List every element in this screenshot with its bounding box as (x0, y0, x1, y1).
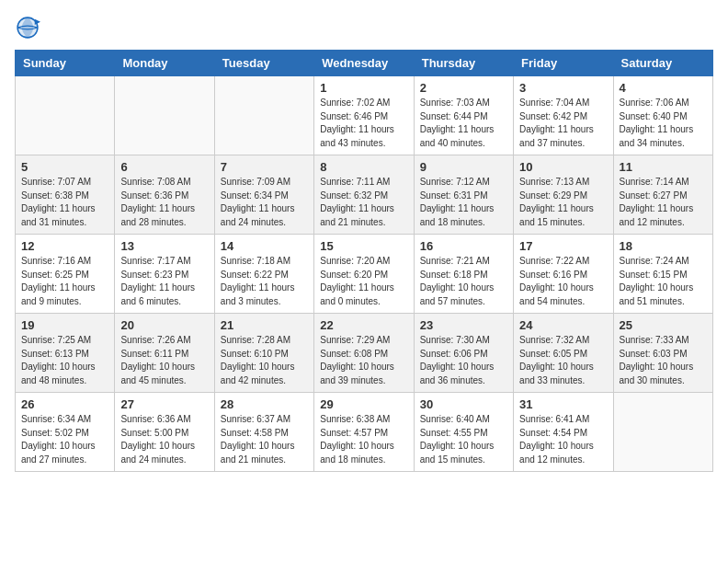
day-info: Sunrise: 7:04 AM Sunset: 6:42 PM Dayligh… (519, 97, 607, 150)
day-number: 31 (519, 397, 607, 411)
day-info: Sunrise: 7:08 AM Sunset: 6:36 PM Dayligh… (120, 176, 208, 229)
calendar-day-19: 19Sunrise: 7:25 AM Sunset: 6:13 PM Dayli… (16, 314, 115, 393)
day-number: 26 (21, 397, 108, 411)
day-number: 4 (620, 81, 707, 95)
day-info: Sunrise: 7:18 AM Sunset: 6:22 PM Dayligh… (221, 255, 308, 308)
weekday-header-sunday: Sunday (16, 51, 115, 76)
day-info: Sunrise: 6:38 AM Sunset: 4:57 PM Dayligh… (320, 413, 407, 466)
day-info: Sunrise: 7:12 AM Sunset: 6:31 PM Dayligh… (420, 176, 507, 229)
day-number: 23 (420, 318, 507, 332)
calendar-body: 1Sunrise: 7:02 AM Sunset: 6:46 PM Daylig… (16, 76, 713, 472)
day-number: 13 (120, 239, 208, 253)
calendar-day-15: 15Sunrise: 7:20 AM Sunset: 6:20 PM Dayli… (314, 235, 414, 314)
day-number: 28 (221, 397, 308, 411)
calendar-table: SundayMondayTuesdayWednesdayThursdayFrid… (15, 50, 713, 472)
day-number: 5 (21, 160, 108, 174)
day-number: 11 (620, 160, 707, 174)
day-info: Sunrise: 7:33 AM Sunset: 6:03 PM Dayligh… (620, 334, 707, 387)
day-number: 24 (519, 318, 607, 332)
day-info: Sunrise: 7:06 AM Sunset: 6:40 PM Dayligh… (620, 97, 707, 150)
calendar-day-2: 2Sunrise: 7:03 AM Sunset: 6:44 PM Daylig… (414, 76, 513, 155)
calendar-day-12: 12Sunrise: 7:16 AM Sunset: 6:25 PM Dayli… (16, 235, 115, 314)
calendar-day-5: 5Sunrise: 7:07 AM Sunset: 6:38 PM Daylig… (16, 155, 115, 235)
calendar-day-empty (16, 76, 115, 155)
weekday-header-friday: Friday (514, 51, 613, 76)
weekday-header-monday: Monday (115, 51, 214, 76)
day-info: Sunrise: 6:36 AM Sunset: 5:00 PM Dayligh… (120, 413, 208, 466)
logo-icon (15, 15, 40, 40)
day-number: 2 (420, 81, 507, 95)
day-number: 16 (420, 239, 507, 253)
calendar-day-30: 30Sunrise: 6:40 AM Sunset: 4:55 PM Dayli… (414, 393, 513, 472)
calendar-day-22: 22Sunrise: 7:29 AM Sunset: 6:08 PM Dayli… (314, 314, 414, 393)
day-info: Sunrise: 7:22 AM Sunset: 6:16 PM Dayligh… (519, 255, 607, 308)
calendar-day-29: 29Sunrise: 6:38 AM Sunset: 4:57 PM Dayli… (314, 393, 414, 472)
logo (15, 15, 44, 40)
day-number: 9 (420, 160, 507, 174)
day-number: 21 (221, 318, 308, 332)
weekday-header-tuesday: Tuesday (214, 51, 313, 76)
calendar-day-7: 7Sunrise: 7:09 AM Sunset: 6:34 PM Daylig… (214, 155, 313, 235)
calendar-week-row: 19Sunrise: 7:25 AM Sunset: 6:13 PM Dayli… (16, 314, 713, 393)
calendar-day-18: 18Sunrise: 7:24 AM Sunset: 6:15 PM Dayli… (613, 235, 712, 314)
day-number: 20 (120, 318, 208, 332)
day-info: Sunrise: 7:17 AM Sunset: 6:23 PM Dayligh… (120, 255, 208, 308)
day-info: Sunrise: 7:28 AM Sunset: 6:10 PM Dayligh… (221, 334, 308, 387)
day-number: 27 (120, 397, 208, 411)
day-number: 25 (620, 318, 707, 332)
weekday-header-wednesday: Wednesday (314, 51, 414, 76)
calendar-day-27: 27Sunrise: 6:36 AM Sunset: 5:00 PM Dayli… (115, 393, 214, 472)
day-number: 10 (519, 160, 607, 174)
calendar-day-17: 17Sunrise: 7:22 AM Sunset: 6:16 PM Dayli… (514, 235, 613, 314)
day-info: Sunrise: 7:26 AM Sunset: 6:11 PM Dayligh… (120, 334, 208, 387)
calendar-week-row: 1Sunrise: 7:02 AM Sunset: 6:46 PM Daylig… (16, 76, 713, 155)
day-info: Sunrise: 6:41 AM Sunset: 4:54 PM Dayligh… (519, 413, 607, 466)
day-info: Sunrise: 7:02 AM Sunset: 6:46 PM Dayligh… (320, 97, 407, 150)
day-info: Sunrise: 7:03 AM Sunset: 6:44 PM Dayligh… (420, 97, 507, 150)
day-info: Sunrise: 7:32 AM Sunset: 6:05 PM Dayligh… (519, 334, 607, 387)
day-info: Sunrise: 6:40 AM Sunset: 4:55 PM Dayligh… (420, 413, 507, 466)
weekday-header-row: SundayMondayTuesdayWednesdayThursdayFrid… (16, 51, 713, 76)
calendar-day-24: 24Sunrise: 7:32 AM Sunset: 6:05 PM Dayli… (514, 314, 613, 393)
calendar-day-3: 3Sunrise: 7:04 AM Sunset: 6:42 PM Daylig… (514, 76, 613, 155)
day-number: 14 (221, 239, 308, 253)
calendar-day-13: 13Sunrise: 7:17 AM Sunset: 6:23 PM Dayli… (115, 235, 214, 314)
day-info: Sunrise: 7:25 AM Sunset: 6:13 PM Dayligh… (21, 334, 108, 387)
calendar-week-row: 12Sunrise: 7:16 AM Sunset: 6:25 PM Dayli… (16, 235, 713, 314)
calendar-week-row: 5Sunrise: 7:07 AM Sunset: 6:38 PM Daylig… (16, 155, 713, 235)
calendar-day-empty (115, 76, 214, 155)
calendar-day-9: 9Sunrise: 7:12 AM Sunset: 6:31 PM Daylig… (414, 155, 513, 235)
calendar-week-row: 26Sunrise: 6:34 AM Sunset: 5:02 PM Dayli… (16, 393, 713, 472)
calendar-day-8: 8Sunrise: 7:11 AM Sunset: 6:32 PM Daylig… (314, 155, 414, 235)
day-number: 6 (120, 160, 208, 174)
weekday-header-saturday: Saturday (613, 51, 712, 76)
day-info: Sunrise: 7:16 AM Sunset: 6:25 PM Dayligh… (21, 255, 108, 308)
day-info: Sunrise: 7:21 AM Sunset: 6:18 PM Dayligh… (420, 255, 507, 308)
weekday-header-thursday: Thursday (414, 51, 513, 76)
calendar-header: SundayMondayTuesdayWednesdayThursdayFrid… (16, 51, 713, 76)
day-info: Sunrise: 7:11 AM Sunset: 6:32 PM Dayligh… (320, 176, 407, 229)
day-info: Sunrise: 7:30 AM Sunset: 6:06 PM Dayligh… (420, 334, 507, 387)
header (15, 15, 713, 40)
calendar-day-16: 16Sunrise: 7:21 AM Sunset: 6:18 PM Dayli… (414, 235, 513, 314)
calendar-day-14: 14Sunrise: 7:18 AM Sunset: 6:22 PM Dayli… (214, 235, 313, 314)
day-info: Sunrise: 7:13 AM Sunset: 6:29 PM Dayligh… (519, 176, 607, 229)
calendar-day-21: 21Sunrise: 7:28 AM Sunset: 6:10 PM Dayli… (214, 314, 313, 393)
day-number: 8 (320, 160, 407, 174)
day-info: Sunrise: 6:34 AM Sunset: 5:02 PM Dayligh… (21, 413, 108, 466)
day-info: Sunrise: 7:24 AM Sunset: 6:15 PM Dayligh… (620, 255, 707, 308)
day-number: 29 (320, 397, 407, 411)
calendar-day-20: 20Sunrise: 7:26 AM Sunset: 6:11 PM Dayli… (115, 314, 214, 393)
calendar-day-31: 31Sunrise: 6:41 AM Sunset: 4:54 PM Dayli… (514, 393, 613, 472)
day-number: 15 (320, 239, 407, 253)
calendar-day-26: 26Sunrise: 6:34 AM Sunset: 5:02 PM Dayli… (16, 393, 115, 472)
day-number: 17 (519, 239, 607, 253)
day-info: Sunrise: 7:14 AM Sunset: 6:27 PM Dayligh… (620, 176, 707, 229)
calendar-day-empty (214, 76, 313, 155)
calendar-day-empty (613, 393, 712, 472)
day-info: Sunrise: 7:20 AM Sunset: 6:20 PM Dayligh… (320, 255, 407, 308)
calendar-day-1: 1Sunrise: 7:02 AM Sunset: 6:46 PM Daylig… (314, 76, 414, 155)
calendar-day-6: 6Sunrise: 7:08 AM Sunset: 6:36 PM Daylig… (115, 155, 214, 235)
calendar-day-28: 28Sunrise: 6:37 AM Sunset: 4:58 PM Dayli… (214, 393, 313, 472)
calendar-day-25: 25Sunrise: 7:33 AM Sunset: 6:03 PM Dayli… (613, 314, 712, 393)
